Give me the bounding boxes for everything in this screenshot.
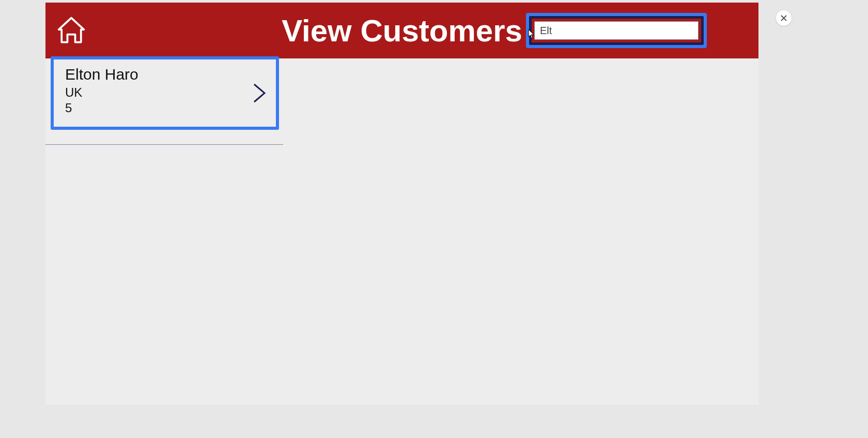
customer-country: UK: [65, 85, 265, 100]
search-highlight-outer: [526, 13, 707, 48]
close-icon: [780, 14, 787, 22]
home-icon: [56, 15, 87, 46]
list-separator: [45, 144, 283, 145]
header-bar: View Customers: [45, 3, 758, 58]
app-window: View Customers Elton Haro UK 5: [45, 3, 758, 405]
customer-id: 5: [65, 101, 265, 115]
chevron-right-icon: [252, 82, 267, 104]
home-button[interactable]: [56, 15, 87, 46]
content-area: Elton Haro UK 5: [45, 56, 758, 145]
customer-card[interactable]: Elton Haro UK 5: [51, 56, 279, 130]
close-button[interactable]: [776, 10, 792, 26]
customer-name: Elton Haro: [65, 66, 265, 83]
search-input[interactable]: [534, 21, 699, 40]
search-highlight-inner: [529, 16, 704, 45]
search-container: [532, 19, 701, 42]
